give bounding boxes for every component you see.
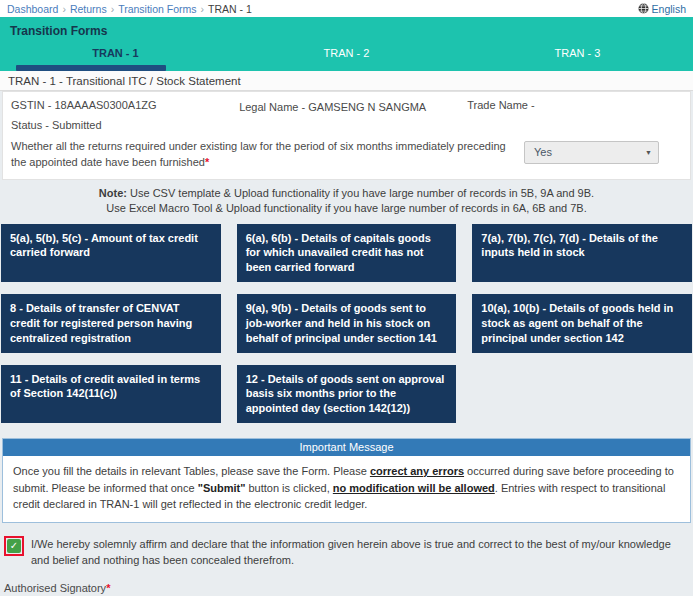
section-tiles: 5(a), 5(b), 5(c) - Amount of tax credit … xyxy=(1,224,692,424)
legal-name-label: Legal Name - xyxy=(239,101,305,113)
legal-name-field: Legal Name - GAMSENG N SANGMA xyxy=(239,99,467,113)
message-segment-correct-any-errors: correct any errors xyxy=(370,465,464,477)
checkmark-icon: ✓ xyxy=(10,540,18,551)
language-selector[interactable]: English xyxy=(638,3,686,15)
required-marker: * xyxy=(106,582,110,594)
returns-furnished-selected-value: Yes xyxy=(534,146,552,158)
declaration-checkbox[interactable]: ✓ xyxy=(7,539,21,553)
tile-11-credit-section-142-11c[interactable]: 11 - Details of credit availed in terms … xyxy=(1,365,221,424)
tile-10-goods-agent-section-142[interactable]: 10(a), 10(b) - Details of goods held in … xyxy=(472,294,692,353)
important-message-panel: Important Message Once you fill the deta… xyxy=(2,438,691,523)
note-line-1: Use CSV template & Upload functionality … xyxy=(130,187,594,199)
message-segment-no-modification: no modification will be allowed xyxy=(333,482,495,494)
tile-6-capital-goods-unavailed-credit[interactable]: 6(a), 6(b) - Details of capitals goods f… xyxy=(237,224,457,283)
message-segment: button is clicked, xyxy=(245,482,332,494)
returns-furnished-question: Whether all the returns required under e… xyxy=(11,139,511,171)
important-message-title: Important Message xyxy=(3,439,690,456)
status-field: Status - Submitted xyxy=(11,119,682,131)
tile-12-goods-approval-section-142-12[interactable]: 12 - Details of goods sent on approval b… xyxy=(237,365,457,424)
tab-tran-1[interactable]: TRAN - 1 xyxy=(0,43,231,71)
tab-tran-2-label: TRAN - 2 xyxy=(324,47,370,59)
tab-tran-2[interactable]: TRAN - 2 xyxy=(231,43,462,71)
returns-furnished-select[interactable]: Yes ▼ xyxy=(524,141,659,164)
language-label: English xyxy=(652,3,686,15)
breadcrumb-current-tran1: TRAN - 1 xyxy=(208,3,252,15)
tab-tran-3[interactable]: TRAN - 3 xyxy=(462,43,693,71)
breadcrumb: Dashboard › Returns › Transition Forms ›… xyxy=(7,3,252,15)
checkbox-highlight-annotation: ✓ xyxy=(4,536,24,556)
gstin-value: 18AAAAS0300A1ZG xyxy=(54,99,156,111)
note-line-2: Use Excel Macro Tool & Upload functional… xyxy=(0,201,693,216)
page-title: TRAN - 1 - Transitional ITC / Stock Stat… xyxy=(0,71,693,91)
trade-name-label: Trade Name - xyxy=(467,99,534,111)
tile-7-inputs-held-in-stock[interactable]: 7(a), 7(b), 7(c), 7(d) - Details of the … xyxy=(472,224,692,283)
tile-9-goods-job-worker-section-141[interactable]: 9(a), 9(b) - Details of goods sent to jo… xyxy=(237,294,457,353)
required-marker: * xyxy=(205,156,209,168)
signatory-label-text: Authorised Signatory xyxy=(4,582,106,594)
breadcrumb-dashboard[interactable]: Dashboard xyxy=(7,3,58,15)
chevron-down-icon: ▼ xyxy=(645,142,652,163)
tile-8-cenvat-transfer-centralized[interactable]: 8 - Details of transfer of CENVAT credit… xyxy=(1,294,221,353)
declaration-section: ✓ I/We hereby solemnly affirm and declar… xyxy=(0,523,693,596)
message-segment: Once you fill the details in relevant Ta… xyxy=(13,465,370,477)
csv-note: Note: Use CSV template & Upload function… xyxy=(0,180,693,221)
status-value: Submitted xyxy=(52,119,102,131)
panel-title: Transition Forms xyxy=(0,17,693,38)
note-label: Note: xyxy=(99,187,127,199)
authorised-signatory-label: Authorised Signatory* xyxy=(4,582,689,594)
important-message-body: Once you fill the details in relevant Ta… xyxy=(3,456,690,522)
legal-name-value: GAMSENG N SANGMA xyxy=(308,101,426,113)
globe-icon xyxy=(638,3,649,14)
transition-forms-panel: Transition Forms TRAN - 1 TRAN - 2 TRAN … xyxy=(0,17,693,71)
message-segment-submit: "Submit" xyxy=(198,482,246,494)
status-label: Status - xyxy=(11,119,49,131)
trade-name-field: Trade Name - xyxy=(467,99,682,113)
breadcrumb-separator: › xyxy=(201,3,205,15)
tab-bar: TRAN - 1 TRAN - 2 TRAN - 3 xyxy=(0,43,693,71)
tab-tran-3-label: TRAN - 3 xyxy=(555,47,601,59)
question-text: Whether all the returns required under e… xyxy=(11,140,506,168)
tab-tran-1-label: TRAN - 1 xyxy=(92,47,138,59)
declaration-text: I/We hereby solemnly affirm and declare … xyxy=(31,536,689,569)
gstin-label: GSTIN - xyxy=(11,99,51,111)
breadcrumb-transition-forms[interactable]: Transition Forms xyxy=(118,3,196,15)
tile-5-tax-credit-carried-forward[interactable]: 5(a), 5(b), 5(c) - Amount of tax credit … xyxy=(1,224,221,283)
breadcrumb-returns[interactable]: Returns xyxy=(70,3,107,15)
gstin-field: GSTIN - 18AAAAS0300A1ZG xyxy=(11,99,239,113)
breadcrumb-separator: › xyxy=(111,3,115,15)
breadcrumb-bar: Dashboard › Returns › Transition Forms ›… xyxy=(0,0,693,17)
breadcrumb-separator: › xyxy=(62,3,66,15)
active-tab-indicator xyxy=(16,65,166,71)
taxpayer-info-panel: GSTIN - 18AAAAS0300A1ZG Legal Name - GAM… xyxy=(2,91,691,180)
